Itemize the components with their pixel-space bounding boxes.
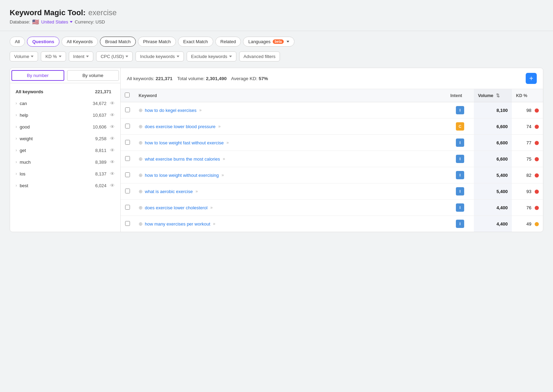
double-arrow-icon: » [199, 108, 202, 113]
intent-label: Intent [73, 54, 85, 59]
eye-icon[interactable]: 👁 [110, 159, 115, 165]
keyword-cell: ⊕ what is aerobic exercise » [134, 183, 446, 200]
row-checkbox-cell [121, 102, 134, 118]
keyword-link[interactable]: ⊕ how many exercises per workout » [139, 221, 442, 227]
eye-icon[interactable]: 👁 [110, 112, 115, 118]
row-checkbox[interactable] [125, 221, 130, 226]
tab-exact-match[interactable]: Exact Match [178, 37, 213, 47]
avg-kd-stat: Average KD: 57% [229, 76, 268, 81]
volume-label: Volume [14, 54, 29, 59]
volume-cell: 4,400 [474, 200, 512, 216]
double-arrow-icon: » [218, 124, 221, 129]
eye-icon[interactable]: 👁 [110, 136, 115, 141]
plus-circle-icon: ⊕ [139, 107, 143, 113]
sidebar-item-much[interactable]: › much 8,389 👁 [10, 156, 120, 168]
row-checkbox[interactable] [125, 140, 130, 145]
sidebar-count: 6,024 [95, 183, 106, 188]
by-number-toggle[interactable]: By number [11, 70, 64, 81]
intent-filter[interactable]: Intent [69, 51, 94, 61]
sidebar-label: good [20, 124, 93, 130]
tab-broad-match[interactable]: Broad Match [100, 37, 136, 47]
keyword-link[interactable]: ⊕ what exercise burns the most calories … [139, 156, 442, 162]
keyword-text: how to do kegel exercises [145, 108, 197, 113]
title-row: Keyword Magic Tool: exercise [10, 8, 543, 17]
sidebar-all-keywords[interactable]: All keywords 221,371 [10, 86, 120, 97]
cpc-filter[interactable]: CPC (USD) [96, 51, 133, 61]
intent-cell: I [446, 167, 474, 183]
keyword-cell: ⊕ how to lose weight without exercising … [134, 167, 446, 183]
double-arrow-icon: » [196, 189, 198, 194]
intent-cell: I [446, 102, 474, 118]
select-all-checkbox[interactable] [125, 93, 130, 97]
double-arrow-icon: » [222, 173, 224, 178]
sidebar-item-can[interactable]: › can 34,672 👁 [10, 97, 120, 109]
eye-icon[interactable]: 👁 [110, 101, 115, 106]
kd-filter[interactable]: KD % [41, 51, 66, 61]
sidebar-item-weight[interactable]: › weight 9,258 👁 [10, 133, 120, 144]
add-button[interactable]: + [526, 73, 537, 84]
volume-cell: 5,400 [474, 183, 512, 200]
keyword-link[interactable]: ⊕ how to lose weight without exercising … [139, 172, 442, 178]
row-checkbox[interactable] [125, 124, 130, 128]
by-volume-toggle[interactable]: By volume [67, 70, 119, 81]
row-checkbox-cell [121, 183, 134, 200]
keyword-text: what is aerobic exercise [145, 189, 193, 194]
intent-cell: I [446, 216, 474, 232]
tab-questions[interactable]: Questions [27, 37, 59, 47]
table-area: All keywords: 221,371 Total volume: 2,30… [121, 68, 543, 232]
table-body: ⊕ how to do kegel exercises » I 8,100 98… [121, 102, 543, 232]
intent-badge: C [456, 122, 464, 131]
tab-all[interactable]: All [10, 37, 25, 47]
include-keywords-filter[interactable]: Include keywords [135, 51, 184, 61]
exclude-label: Exclude keywords [191, 54, 227, 59]
advanced-filters-button[interactable]: Advanced filters [239, 51, 280, 61]
eye-icon[interactable]: 👁 [110, 171, 115, 176]
tab-phrase-match[interactable]: Phrase Match [138, 37, 176, 47]
row-checkbox[interactable] [125, 107, 130, 112]
keyword-link[interactable]: ⊕ does exercise lower blood pressure » [139, 124, 442, 129]
row-checkbox[interactable] [125, 156, 130, 161]
sidebar-label: los [20, 171, 95, 176]
sidebar-item-good[interactable]: › good 10,606 👁 [10, 121, 120, 133]
tab-related[interactable]: Related [215, 37, 241, 47]
keyword-link[interactable]: ⊕ does exercise lower cholesterol » [139, 205, 442, 210]
row-checkbox-cell [121, 151, 134, 167]
sidebar-toggle: By number By volume [10, 68, 120, 83]
row-checkbox[interactable] [125, 189, 130, 193]
sidebar-item-get[interactable]: › get 8,811 👁 [10, 144, 120, 156]
exclude-caret-icon [229, 56, 232, 57]
table-row: ⊕ what exercise burns the most calories … [121, 151, 543, 167]
volume-cell: 6,600 [474, 118, 512, 135]
row-checkbox[interactable] [125, 172, 130, 177]
sidebar-label: help [20, 113, 93, 118]
keyword-cell: ⊕ does exercise lower blood pressure » [134, 118, 446, 135]
intent-badge: I [456, 171, 464, 179]
tab-all-keywords[interactable]: All Keywords [62, 37, 98, 47]
sidebar-item-help[interactable]: › help 10,637 👁 [10, 109, 120, 121]
sidebar-item-best[interactable]: › best 6,024 👁 [10, 180, 120, 191]
kd-caret-icon [59, 56, 62, 57]
eye-icon[interactable]: 👁 [110, 183, 115, 188]
col-kd: KD % [512, 89, 543, 102]
all-keywords-sidebar-count: 221,371 [95, 89, 111, 94]
intent-cell: I [446, 183, 474, 200]
keyword-link[interactable]: ⊕ how to do kegel exercises » [139, 107, 442, 113]
languages-button[interactable]: Languages beta [243, 37, 294, 47]
chevron-right-icon: › [16, 113, 17, 117]
volume-filter[interactable]: Volume [10, 51, 38, 61]
eye-icon[interactable]: 👁 [110, 124, 115, 130]
double-arrow-icon: » [213, 221, 215, 226]
sidebar-item-los[interactable]: › los 8,137 👁 [10, 168, 120, 180]
eye-icon[interactable]: 👁 [110, 147, 115, 153]
row-checkbox[interactable] [125, 205, 130, 210]
col-volume: Volume ⇅ [474, 89, 512, 102]
kd-cell: 93 [512, 183, 543, 200]
row-checkbox-cell [121, 118, 134, 135]
exclude-keywords-filter[interactable]: Exclude keywords [187, 51, 236, 61]
country-selector[interactable]: United States [41, 19, 73, 25]
sort-icon[interactable]: ⇅ [496, 93, 500, 98]
keyword-link[interactable]: ⊕ what is aerobic exercise » [139, 189, 442, 194]
plus-circle-icon: ⊕ [139, 172, 143, 178]
row-checkbox-cell [121, 200, 134, 216]
keyword-link[interactable]: ⊕ how to lose weight fast without exerci… [139, 140, 442, 145]
